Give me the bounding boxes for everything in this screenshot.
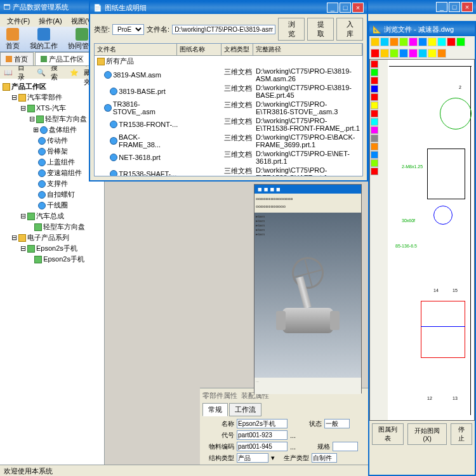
menu-operations[interactable]: 操作(A) xyxy=(35,15,66,25)
cad-draw-tool[interactable] xyxy=(371,143,378,150)
struct-dropdown[interactable]: ▾ xyxy=(271,454,275,462)
tree-item[interactable]: 自扣螺钉 xyxy=(3,189,102,200)
cad-tool[interactable] xyxy=(418,37,427,46)
close-button[interactable]: × xyxy=(461,2,473,12)
sidebar-tab-catalog[interactable]: 📖目录 xyxy=(0,66,33,79)
cad-tool[interactable] xyxy=(428,37,437,46)
props-tab-part[interactable]: 零部件属性 xyxy=(202,391,237,400)
spec-input[interactable] xyxy=(333,442,358,451)
cad-draw-tool[interactable] xyxy=(371,102,378,109)
3d-viewer-window[interactable]: ■ ■ ■ ■ ▫▫▫▫▫▫▫▫▫▫▫▫▫▫▫▫▫▫▫▫▫▫▫▫▫▫▫ ▸ite… xyxy=(254,184,362,393)
tree-item[interactable]: ⊟汽车总成 xyxy=(3,211,102,221)
cad-draw-tool[interactable] xyxy=(371,110,378,117)
type-select[interactable]: ProE xyxy=(112,24,144,35)
tree-item[interactable]: ⊞盘体组件 xyxy=(3,124,102,135)
3d-canvas[interactable]: ▸item▸item▸item▸item▸item xyxy=(255,213,361,378)
file-row[interactable]: 3819-BASE.prt三维文档D:\working\CT75\PRO-E\3… xyxy=(95,83,362,100)
cad-stop-button[interactable]: 停止 xyxy=(451,423,472,445)
material-input[interactable] xyxy=(237,442,288,451)
name-input[interactable] xyxy=(237,419,288,428)
tree-item[interactable]: ⊟XTS-汽车 xyxy=(3,103,102,114)
cad-draw-tool[interactable] xyxy=(371,135,378,142)
cad-draw-tool[interactable] xyxy=(371,159,378,167)
file-row[interactable]: TR1538-SHAFT-...三维文档D:\working\CT75\PRO-… xyxy=(95,166,362,176)
maximize-button[interactable]: □ xyxy=(449,2,460,12)
tree-item[interactable]: ⊟Epson2s手机 xyxy=(3,243,102,254)
cad-list-button[interactable]: 图属列表 xyxy=(372,423,404,445)
cad-tool[interactable] xyxy=(437,49,446,58)
cad-tool[interactable] xyxy=(409,49,418,58)
struct-input[interactable] xyxy=(237,453,268,463)
dialog-close[interactable]: × xyxy=(352,3,364,13)
cad-draw-tool[interactable] xyxy=(371,69,378,76)
cad-tool[interactable] xyxy=(409,37,418,46)
file-row[interactable]: BACK-FRAME_38...三维文档D:\working\CT75\PRO-… xyxy=(95,133,362,149)
tab-home[interactable]: 首页 xyxy=(0,52,34,65)
tree-item[interactable]: 传动件 xyxy=(3,135,102,146)
cad-start-button[interactable]: 开始图阅(X) xyxy=(407,423,446,445)
toolbar-home[interactable]: 首页 xyxy=(3,27,22,52)
tree-item[interactable]: 轻型车方向盘 xyxy=(3,221,102,232)
cad-draw-tool[interactable] xyxy=(371,85,378,93)
cad-tool[interactable] xyxy=(447,37,456,46)
cad-draw-tool[interactable] xyxy=(371,151,378,159)
tree-item[interactable]: 骨棒架 xyxy=(3,146,102,157)
cad-tool[interactable] xyxy=(380,49,389,58)
dialog-maximize[interactable]: □ xyxy=(340,3,351,13)
cad-tool[interactable] xyxy=(390,37,399,46)
subtab-general[interactable]: 常规 xyxy=(202,403,228,416)
extract-button[interactable]: 提取 xyxy=(307,18,334,41)
cad-tool[interactable] xyxy=(437,37,446,46)
tab-workspace[interactable]: 产品工作区 xyxy=(35,52,89,65)
subtab-workflow[interactable]: 工作流 xyxy=(229,403,261,416)
model-tree: ▸item▸item▸item▸item▸item xyxy=(256,214,275,236)
file-row-root[interactable]: 所有产品 xyxy=(95,56,362,67)
filename-input[interactable] xyxy=(172,25,275,34)
file-row[interactable]: TR3816-STOVE_.asm三维文档D:\working\CT75\PRO… xyxy=(95,100,362,116)
col-doc-type[interactable]: 文档类型 xyxy=(221,44,253,55)
cad-draw-tool[interactable] xyxy=(371,77,378,84)
tree-item[interactable]: 干线圈 xyxy=(3,200,102,211)
cad-tool[interactable] xyxy=(390,49,399,58)
tree-item[interactable]: 支撑件 xyxy=(3,178,102,189)
tree-item[interactable]: ⊟电子产品系列 xyxy=(3,232,102,243)
cad-tool[interactable] xyxy=(456,37,465,46)
tree-item[interactable]: ⊟轻型车方向盘 xyxy=(3,114,102,124)
code-input[interactable] xyxy=(237,430,288,440)
col-full-path[interactable]: 完整路径 xyxy=(253,44,362,55)
prod-input[interactable] xyxy=(312,453,337,463)
cad-canvas[interactable]: 2-M8x1.25 30x60f 85-136-6.5 14 15 12 13 … xyxy=(369,59,475,421)
tree-item[interactable]: 上盖组件 xyxy=(3,157,102,168)
cad-draw-tool[interactable] xyxy=(371,168,378,175)
tree-item[interactable]: Epson2s手机 xyxy=(3,254,102,265)
file-row[interactable]: 3819-ASM.asm三维文档D:\working\CT75\PRO-E\38… xyxy=(95,67,362,83)
cad-tool[interactable] xyxy=(399,37,408,46)
file-row[interactable]: TR1538-FRONT-...三维文档D:\working\CT75\PRO-… xyxy=(95,116,362,133)
cad-draw-tool[interactable] xyxy=(371,60,378,68)
cad-tool[interactable] xyxy=(418,49,427,58)
col-filename[interactable]: 文件名 xyxy=(95,44,177,55)
dialog-minimize[interactable]: _ xyxy=(327,3,338,13)
code-picker[interactable]: ... xyxy=(290,432,296,439)
toolbar-mywork[interactable]: 我的工作 xyxy=(27,27,60,52)
sidebar-tab-search[interactable]: 🔍搜索 xyxy=(33,66,66,79)
store-button[interactable]: 入库 xyxy=(336,18,363,41)
browse-button[interactable]: 浏览 xyxy=(278,18,305,41)
cad-tool[interactable] xyxy=(371,49,380,58)
viewer-titlebar[interactable]: ■ ■ ■ ■ xyxy=(255,185,361,194)
tree-item[interactable]: 变速箱组件 xyxy=(3,168,102,178)
menu-file[interactable]: 文件(F) xyxy=(3,15,34,25)
material-picker[interactable]: ... xyxy=(290,443,296,451)
cad-draw-tool[interactable] xyxy=(371,126,378,134)
cad-draw-tool[interactable] xyxy=(371,118,378,126)
col-drawing-name[interactable]: 图纸名称 xyxy=(177,44,221,55)
file-row[interactable]: NET-3618.prt三维文档D:\working\CT75\PRO-E\NE… xyxy=(95,149,362,166)
cad-draw-tool[interactable] xyxy=(371,93,378,101)
status-input[interactable] xyxy=(324,419,350,428)
cad-tool[interactable] xyxy=(371,37,380,46)
cad-tool[interactable] xyxy=(399,49,408,58)
cad-tool[interactable] xyxy=(380,37,389,46)
tree-item[interactable]: ⊟汽车零部件 xyxy=(3,92,102,103)
minimize-button[interactable]: _ xyxy=(436,2,447,12)
cad-tool[interactable] xyxy=(428,49,437,58)
